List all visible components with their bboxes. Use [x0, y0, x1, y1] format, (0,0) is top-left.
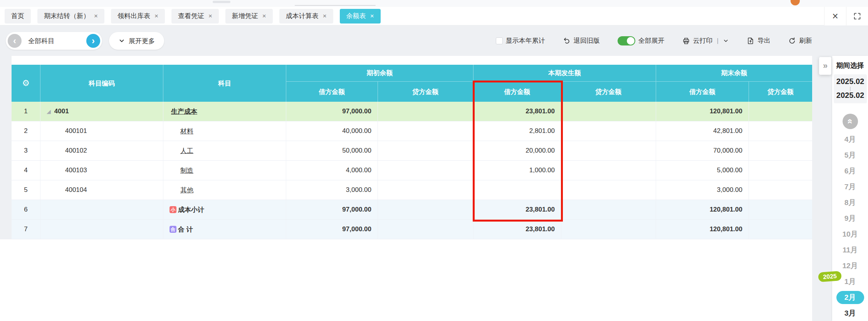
tab-首页[interactable]: 首页 — [5, 9, 31, 24]
subject-name[interactable]: 制造 — [180, 166, 193, 175]
subject-name[interactable]: 人工 — [180, 146, 193, 155]
period-panel-title: 期间选择 — [832, 61, 868, 70]
expand-more-label: 展开更多 — [129, 37, 155, 45]
close-all-tabs-button[interactable]: × — [824, 7, 846, 25]
month-item-9月[interactable]: 9月 — [832, 210, 868, 226]
export-icon — [747, 37, 754, 45]
tab-新增凭证[interactable]: 新增凭证× — [225, 9, 273, 24]
prev-subject-icon[interactable]: ‹ — [8, 34, 22, 48]
tab-label: 查看凭证 — [178, 12, 204, 20]
amount-cell — [378, 200, 473, 219]
subject-name[interactable]: 其他 — [180, 186, 193, 195]
subject-cell: 材料 — [163, 121, 286, 141]
revert-old-version-button[interactable]: 退回旧版 — [563, 36, 600, 45]
subheader-debit: 借方金额 — [656, 82, 749, 102]
export-button[interactable]: 导出 — [747, 36, 771, 45]
subtotal-badge-icon: 小 — [170, 206, 176, 213]
tab-close-icon[interactable]: × — [370, 13, 374, 19]
left-gutter — [0, 56, 12, 239]
show-year-total-checkbox[interactable]: 显示本年累计 — [496, 36, 545, 45]
amount-cell — [561, 180, 656, 200]
subject-name[interactable]: 材料 — [180, 127, 193, 136]
month-item-4月[interactable]: 4月 — [832, 131, 868, 147]
subject-filter[interactable]: ‹ 全部科目 › — [6, 32, 102, 50]
expand-more-button[interactable]: 展开更多 — [109, 32, 164, 50]
subheader-credit: 贷方金额 — [561, 82, 656, 102]
header-subject: 科目 — [163, 65, 286, 102]
month-item-8月[interactable]: 8月 — [832, 195, 868, 210]
subject-code: 400101 — [65, 127, 87, 135]
month-item-10月[interactable]: 10月 — [832, 226, 868, 242]
tab-查看凭证[interactable]: 查看凭证× — [171, 9, 219, 24]
tab-close-icon[interactable]: × — [323, 13, 327, 19]
month-item-3月[interactable]: 3月 — [832, 305, 868, 321]
month-item-5月[interactable]: 5月 — [832, 147, 868, 163]
amount-cell: 40,000.00 — [286, 121, 378, 141]
tab-label: 首页 — [11, 12, 24, 20]
tab-close-icon[interactable]: × — [208, 13, 212, 19]
row-number: 7 — [12, 220, 40, 239]
tab-label: 期末结转（新） — [44, 12, 90, 20]
period-start: 2025.02 — [836, 77, 864, 86]
month-item-7月[interactable]: 7月 — [832, 179, 868, 195]
tab-成本计算表[interactable]: 成本计算表× — [279, 9, 333, 24]
expand-all-toggle[interactable]: 全部展开 — [618, 36, 665, 45]
next-subject-icon[interactable]: › — [86, 34, 100, 48]
amount-cell — [378, 121, 473, 141]
amount-cell — [561, 102, 656, 121]
subheader-credit: 贷方金额 — [749, 82, 812, 102]
row-number: 5 — [12, 180, 40, 200]
table-header: ⚙ 科目编码 科目 期初余额 借方金额 贷方金额 本期发生额 借方金额 贷方金额 — [12, 65, 812, 102]
subject-cell: 人工 — [163, 141, 286, 160]
subject-code: 400104 — [65, 186, 87, 194]
month-item-2月[interactable]: 2月 — [832, 289, 868, 305]
header-group-current: 本期发生额 借方金额 贷方金额 — [473, 65, 656, 102]
amount-cell — [749, 141, 812, 160]
tab-label: 领料出库表 — [118, 12, 150, 20]
period-panel: 期间选择 2025.02 | 2025.02 « 4月5月6月7月8月9月10月… — [832, 56, 868, 321]
tab-期末结转（新）[interactable]: 期末结转（新）× — [37, 9, 104, 24]
chevron-down-icon — [118, 37, 125, 44]
tab-余额表[interactable]: 余额表× — [340, 9, 381, 24]
code-cell: 400104 — [40, 180, 163, 200]
cloud-print-button[interactable]: 云打印 | — [682, 36, 729, 45]
gear-icon[interactable]: ⚙ — [22, 78, 30, 88]
amount-cell — [749, 102, 812, 121]
toggle-on-icon[interactable] — [618, 36, 635, 45]
header-group-ending: 期末余额 借方金额 贷方金额 — [656, 65, 812, 102]
amount-cell — [378, 180, 473, 200]
toolbar-right-group: 显示本年累计 退回旧版 全部展开 云打印 | — [496, 25, 812, 56]
scroll-up-button[interactable]: « — [843, 114, 858, 129]
refresh-button[interactable]: 刷新 — [788, 36, 812, 45]
group-label: 期末余额 — [656, 65, 812, 82]
refresh-label: 刷新 — [799, 36, 812, 45]
month-item-11月[interactable]: 11月 — [832, 242, 868, 258]
table-row: 7合合 计97,000.0023,801.00120,801.00 — [12, 220, 812, 239]
subject-name: 成本小计 — [178, 205, 204, 214]
subject-cell: 制造 — [163, 161, 286, 180]
group-label: 本期发生额 — [473, 65, 656, 82]
collapse-panel-button[interactable]: » — [819, 57, 831, 75]
row-number: 3 — [12, 141, 40, 160]
tab-close-icon[interactable]: × — [262, 13, 266, 19]
checkbox-icon[interactable] — [496, 37, 503, 44]
month-item-6月[interactable]: 6月 — [832, 163, 868, 179]
period-range-picker[interactable]: 2025.02 | 2025.02 — [834, 74, 867, 103]
tree-expand-icon[interactable]: ◢ — [47, 109, 51, 114]
table-row: 4400103制造4,000.001,000.005,000.00 — [12, 161, 812, 180]
subject-code: 400102 — [65, 147, 87, 155]
tab-close-icon[interactable]: × — [94, 13, 98, 19]
chevron-down-icon[interactable] — [723, 38, 729, 44]
tab-领料出库表[interactable]: 领料出库表× — [111, 9, 165, 24]
column-settings-cell[interactable]: ⚙ — [12, 65, 40, 102]
selected-month-pill[interactable]: 2月 — [836, 291, 864, 304]
subject-cell: 其他 — [163, 180, 286, 200]
table-row: 5400104其他3,000.003,000.00 — [12, 180, 812, 200]
undo-icon — [563, 37, 571, 45]
tab-close-icon[interactable]: × — [154, 13, 158, 19]
fullscreen-icon — [853, 12, 861, 20]
fullscreen-button[interactable] — [846, 7, 868, 25]
subject-name[interactable]: 生产成本 — [171, 107, 197, 116]
amount-cell: 120,801.00 — [656, 200, 749, 219]
double-chevron-right-icon: » — [823, 61, 828, 71]
